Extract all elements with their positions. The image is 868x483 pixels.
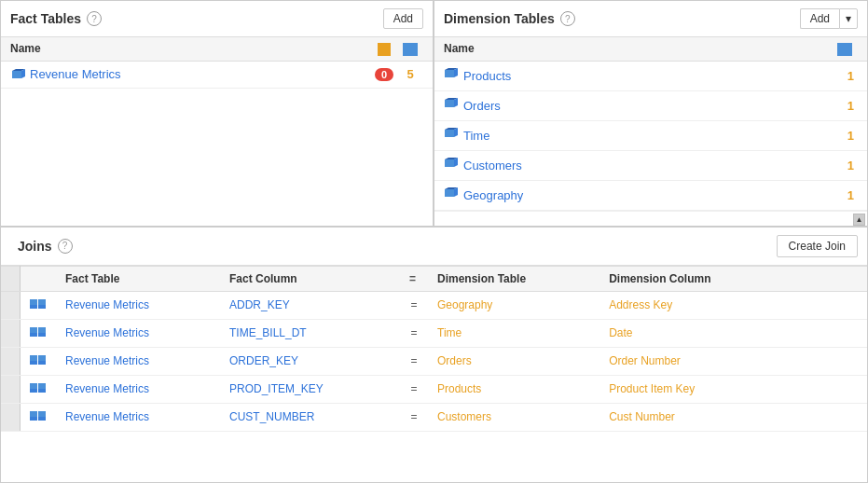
join-dim-table-1: Time (428, 319, 599, 347)
join-action1-3 (792, 375, 830, 403)
dim-cube-icon-3 (444, 157, 459, 174)
dim-table-link-0[interactable]: Products (463, 69, 511, 83)
dim-table-row-4: Geography 1 (434, 181, 867, 211)
svg-rect-6 (445, 100, 454, 107)
fact-tables-add-button[interactable]: Add (383, 8, 423, 29)
join-fact-column-4: CUST_NUMBER (220, 403, 400, 431)
dimension-add-dropdown-button[interactable]: ▾ (839, 8, 858, 29)
join-fact-col-text-4: CUST_NUMBER (229, 410, 314, 423)
fact-table-row: Revenue Metrics 0 5 (1, 62, 433, 89)
fact-tables-panel: Fact Tables ? Add Name (1, 1, 434, 226)
join-action2-2 (830, 347, 867, 375)
fact-join-col-header (397, 42, 423, 56)
main-container: Fact Tables ? Add Name (0, 0, 868, 483)
svg-rect-3 (445, 70, 454, 77)
join-row-icon-2 (21, 347, 57, 375)
joins-row-0: Revenue Metrics ADDR_KEY = Geography Add… (1, 291, 867, 319)
fact-tables-header: Fact Tables ? Add (1, 1, 433, 37)
join-dim-col-text-4: Cust Number (609, 410, 675, 423)
svg-rect-36 (30, 417, 37, 421)
join-row-indicator-3 (1, 375, 21, 403)
fact-badge-col-header (371, 42, 397, 56)
join-action2-3 (830, 375, 867, 403)
dim-name-col-header: Name (444, 42, 832, 55)
joins-header: Joins ? Create Join (1, 228, 867, 266)
svg-rect-30 (30, 383, 37, 389)
dim-join-col-header (832, 42, 858, 56)
join-equals-0: = (400, 291, 428, 319)
join-fact-table-link-4[interactable]: Revenue Metrics (65, 410, 149, 423)
joins-header-fact-column: Fact Column (220, 266, 400, 291)
join-dim-table-link-4[interactable]: Customers (437, 410, 491, 423)
join-dim-table-link-3[interactable]: Products (437, 382, 481, 395)
fact-table-link[interactable]: Revenue Metrics (30, 67, 121, 81)
svg-rect-12 (445, 159, 454, 167)
fact-name-col-header: Name (10, 42, 371, 55)
dim-table-link-3[interactable]: Customers (463, 159, 522, 172)
join-action1-0 (792, 291, 830, 319)
join-dim-col-text-2: Order Number (609, 354, 681, 367)
svg-rect-18 (30, 299, 37, 305)
dimension-add-button[interactable]: Add (800, 8, 839, 29)
joins-help-icon[interactable]: ? (58, 239, 73, 254)
fact-badge-count: 0 (375, 68, 393, 81)
dim-table-link-2[interactable]: Time (463, 129, 489, 143)
create-join-button[interactable]: Create Join (777, 235, 858, 257)
joins-row-1: Revenue Metrics TIME_BILL_DT = Time Date (1, 319, 867, 347)
join-dim-table-3: Products (428, 375, 599, 403)
join-fact-table-link-0[interactable]: Revenue Metrics (65, 298, 149, 311)
join-equals-4: = (400, 403, 428, 431)
joins-header-indicator (1, 266, 21, 291)
joins-header-dimension-table: Dimension Table (428, 266, 599, 291)
dim-join-count-3: 1 (832, 159, 858, 172)
join-fact-table-link-2[interactable]: Revenue Metrics (65, 354, 149, 367)
join-action2-0 (830, 291, 867, 319)
join-dim-table-link-2[interactable]: Orders (437, 354, 472, 367)
join-row-icon-3 (21, 375, 57, 403)
svg-rect-27 (38, 355, 46, 361)
dim-table-row-0: Products 1 (434, 62, 867, 91)
fact-tables-help-icon[interactable]: ? (87, 11, 102, 26)
joins-table-header-row: Fact Table Fact Column = Dimension Table… (1, 266, 867, 291)
join-dim-column-1: Date (599, 319, 792, 347)
dimension-tables-help-icon[interactable]: ? (560, 11, 575, 26)
join-dim-table-0: Geography (428, 291, 599, 319)
join-dim-table-link-0[interactable]: Geography (437, 298, 492, 311)
join-dim-column-0: Address Key (599, 291, 792, 319)
dim-table-row-3: Customers 1 (434, 151, 867, 181)
dim-table-link-1[interactable]: Orders (463, 99, 501, 113)
dim-cube-icon-4 (444, 186, 459, 204)
join-dim-table-link-1[interactable]: Time (437, 326, 462, 339)
dim-table-row-1: Orders 1 (434, 91, 867, 121)
svg-rect-33 (38, 389, 46, 393)
join-fact-table-2: Revenue Metrics (56, 347, 220, 375)
join-dim-table-2: Orders (428, 347, 599, 375)
fact-join-count: 5 (397, 67, 423, 81)
join-fact-table-0: Revenue Metrics (56, 291, 220, 319)
dimension-tables-panel: Dimension Tables ? Add ▾ Name Prod (434, 1, 867, 226)
dim-join-count-0: 1 (832, 69, 858, 83)
joins-row-4: Revenue Metrics CUST_NUMBER = Customers … (1, 403, 867, 431)
join-row-indicator-4 (1, 403, 21, 431)
join-row-indicator-0 (1, 291, 21, 319)
join-fact-table-link-1[interactable]: Revenue Metrics (65, 326, 149, 339)
join-equals-1: = (400, 319, 428, 347)
join-fact-column-1: TIME_BILL_DT (220, 319, 400, 347)
scroll-up-button[interactable]: ▲ (853, 214, 865, 226)
join-fact-table-4: Revenue Metrics (56, 403, 220, 431)
svg-rect-28 (30, 361, 37, 365)
join-action1-2 (792, 347, 830, 375)
fact-tables-column-header: Name (1, 37, 433, 62)
dim-table-link-4[interactable]: Geography (463, 188, 523, 202)
dim-join-count-4: 1 (832, 188, 858, 202)
join-fact-table-link-3[interactable]: Revenue Metrics (65, 382, 149, 395)
join-dim-col-text-0: Address Key (609, 298, 672, 311)
dim-cube-icon-2 (444, 127, 459, 145)
dim-scrollbar-area: ▲ (434, 211, 867, 226)
svg-rect-20 (30, 305, 37, 309)
joins-header-equals: = (400, 266, 428, 291)
svg-rect-19 (38, 299, 46, 305)
join-action2-4 (830, 403, 867, 431)
svg-rect-29 (38, 361, 46, 365)
joins-section: Joins ? Create Join Fact Table Fact Colu… (1, 228, 867, 432)
